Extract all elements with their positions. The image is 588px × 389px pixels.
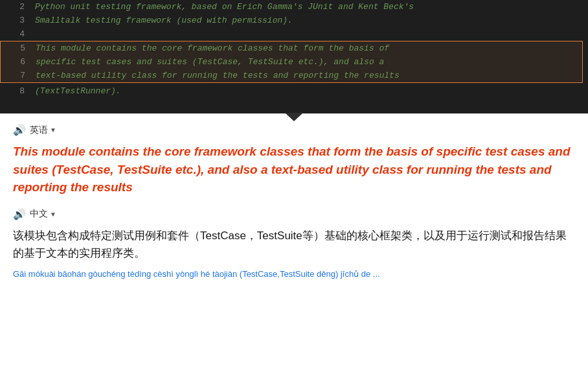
code-line-3: 3 Smalltalk testing framework (used with…	[0, 14, 588, 27]
target-speaker-icon[interactable]: 🔊	[13, 208, 26, 220]
code-editor: 2 Python unit testing framework, based o…	[0, 0, 588, 113]
line-number-4: 4	[5, 27, 25, 41]
target-lang-label: 中文	[30, 208, 48, 220]
code-line-4: 4	[0, 27, 588, 41]
target-language-header[interactable]: 🔊 中文 ▼	[13, 208, 575, 220]
code-text-2: Python unit testing framework, based on …	[35, 0, 583, 14]
line-number-2: 2	[5, 0, 25, 14]
code-text-7: text-based utility class for running the…	[36, 69, 577, 82]
code-text-3: Smalltalk testing framework (used with p…	[35, 14, 583, 27]
popup-pointer	[285, 113, 303, 121]
code-line-5: 5 This module contains the core framewor…	[1, 41, 582, 55]
source-lang-dropdown-icon[interactable]: ▼	[50, 126, 56, 134]
line-number-6: 6	[6, 55, 25, 69]
target-lang-dropdown-icon[interactable]: ▼	[50, 211, 56, 218]
source-speaker-icon[interactable]: 🔊	[13, 124, 26, 136]
source-language-header[interactable]: 🔊 英语 ▼	[13, 124, 575, 136]
line-number-3: 3	[5, 14, 25, 27]
line-number-5: 5	[6, 41, 25, 55]
code-text-6: specific test cases and suites (TestCase…	[36, 55, 577, 69]
pinyin-text: Gāi mókuài bāohán gòuchéng tèdìng cèshì …	[13, 268, 575, 280]
translation-popup: 🔊 英语 ▼ This module contains the core fra…	[0, 113, 588, 389]
code-line-8: 8 (TextTestRunner).	[0, 84, 588, 98]
english-translation-text: This module contains the core framework …	[13, 143, 575, 196]
chinese-translation-text: 该模块包含构成特定测试用例和套件（TestCase，TestSuite等）基础的…	[13, 227, 575, 262]
code-text-5: This module contains the core framework …	[36, 41, 577, 55]
code-line-2: 2 Python unit testing framework, based o…	[0, 0, 588, 14]
source-lang-label: 英语	[30, 124, 48, 136]
code-line-7: 7 text-based utility class for running t…	[1, 69, 582, 82]
selected-lines-block: 5 This module contains the core framewor…	[0, 41, 583, 83]
code-text-8: (TextTestRunner).	[35, 84, 583, 98]
line-number-8: 8	[5, 84, 25, 98]
code-line-6: 6 specific test cases and suites (TestCa…	[1, 55, 582, 69]
line-number-7: 7	[6, 69, 25, 82]
code-text-4	[35, 27, 583, 41]
